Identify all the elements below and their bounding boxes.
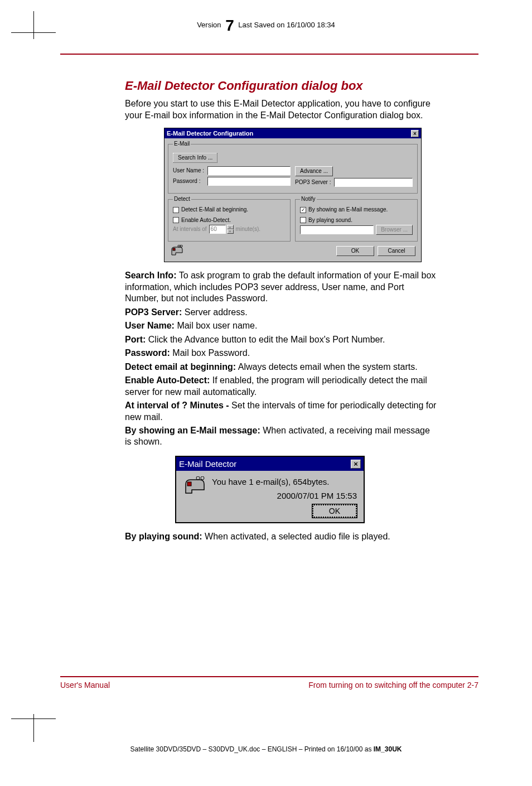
def-port-b: Port: [125,335,146,344]
svg-rect-0 [173,248,175,250]
print-note-text: Satellite 30DVD/35DVD – S30DVD_UK.doc – … [130,745,374,753]
def-pop3-b: POP3 Server: [125,307,182,317]
cancel-button[interactable]: Cancel [378,246,415,256]
def-search-b: Search Info: [125,271,176,280]
section-title: E-Mail Detector Configuration dialog box [125,78,437,94]
def-pass-t: Mail box Password. [170,348,250,358]
footer-right: From turning on to switching off the com… [308,681,478,689]
footer-left: User's Manual [60,681,110,689]
mailbox-icon [170,245,183,257]
def-port-t: Click the Advance button to edit the Mai… [146,335,385,344]
pop3-field[interactable] [334,178,413,187]
advance-button[interactable]: Advance ... [295,166,333,176]
email-legend: E-Mail [173,141,191,148]
def-pop3-t: Server address. [182,307,247,317]
notify-ok-button[interactable]: OK [312,504,357,518]
notify-timestamp: 2000/07/01 PM 15:53 [212,490,357,501]
def-detb-t: Always detects email when the system sta… [236,362,417,372]
notify-group: Notify ✓By showing an E-Mail message. By… [295,196,418,242]
username-label: User Name : [173,167,205,175]
intro-paragraph: Before you start to use this E-Mail Dete… [125,98,437,121]
svg-rect-3 [187,482,191,486]
detect-group: Detect Detect E-Mail at beginning. Enabl… [168,196,291,242]
password-field[interactable] [207,177,291,186]
notify-sound-label: By playing sound. [308,217,352,224]
close-icon[interactable]: × [351,460,361,469]
notify-show-checkbox[interactable]: ✓By showing an E-Mail message. [300,206,413,214]
svg-point-2 [180,245,182,247]
saved-label: Last Saved on 16/10/00 18:34 [238,21,335,29]
header-rule [60,54,478,55]
notify-dialog: E-Mail Detector × You have 1 e-mail(s), … [175,456,365,524]
def-pass-b: Password: [125,348,170,358]
browser-button[interactable]: Browser ... [376,225,413,235]
enable-auto-checkbox[interactable]: Enable Auto-Detect. [173,217,286,224]
password-label: Password : [173,178,205,185]
notify-show-label: By showing an E-Mail message. [308,206,388,214]
notify-legend: Notify [300,196,317,203]
def-auto-b: Enable Auto-Detect: [125,375,210,385]
interval-prefix: At intervals of [173,226,207,233]
mailbox-icon [183,476,205,496]
def-snd-b: By playing sound: [125,532,202,541]
detect-beginning-checkbox[interactable]: Detect E-Mail at beginning. [173,206,286,214]
notify-message: You have 1 e-mail(s), 654bytes. [212,476,357,487]
detect-legend: Detect [173,196,191,203]
print-note: Satellite 30DVD/35DVD – S30DVD_UK.doc – … [0,745,532,753]
detect-beginning-label: Detect E-Mail at beginning. [181,206,248,214]
footer-rule [60,676,478,677]
username-field[interactable] [207,166,291,175]
svg-point-5 [201,476,204,480]
def-user-b: User Name: [125,321,175,330]
def-snd-t: When activated, a selected audio file is… [202,532,390,541]
ok-button[interactable]: OK [336,246,374,256]
dialog-titlebar: E-Mail Detector Configuration × [165,128,421,138]
config-dialog: E-Mail Detector Configuration × E-Mail S… [164,128,422,262]
interval-field[interactable]: 60 [209,225,226,234]
dialog-title: E-Mail Detector Configuration [167,129,253,137]
def-user-t: Mail box user name. [175,321,258,330]
crop-mark [33,714,34,742]
interval-suffix: minute(s). [236,226,260,233]
print-note-bold: IM_30UK [374,745,402,753]
notify-titlebar: E-Mail Detector × [176,457,364,471]
sound-path-field[interactable] [300,225,374,234]
version-number: 7 [223,17,236,34]
def-int-b: At interval of ? Minutes - [125,401,229,410]
enable-auto-label: Enable Auto-Detect. [181,217,231,224]
email-group: E-Mail Search Info ... User Name : Passw… [168,141,418,194]
content-column: E-Mail Detector Configuration dialog box… [125,78,437,545]
interval-row: At intervals of 60 ▲▼ minute(s). [173,225,286,234]
interval-spinner[interactable]: ▲▼ [227,225,234,234]
pop3-label: POP3 Server : [295,179,332,186]
def-show-b: By showing an E-Mail message: [125,426,260,435]
page-footer: User's Manual From turning on to switchi… [60,681,478,689]
close-icon[interactable]: × [411,130,419,137]
notify-sound-checkbox[interactable]: By playing sound. [300,217,413,224]
search-info-button[interactable]: Search Info ... [173,153,217,163]
svg-point-1 [178,245,180,247]
version-label: Version [197,21,221,29]
page-header: Version 7 Last Saved on 16/10/00 18:34 [0,17,532,35]
def-detb-b: Detect email at beginning: [125,362,236,372]
svg-point-4 [196,476,200,480]
notify-title: E-Mail Detector [179,459,236,469]
